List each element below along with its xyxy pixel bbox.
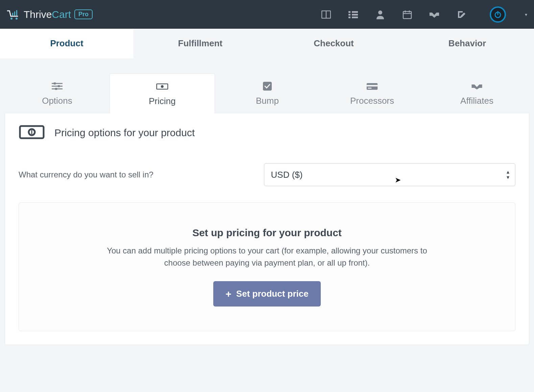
handshake-icon[interactable]: [429, 9, 440, 20]
sliders-icon: [51, 81, 63, 91]
svg-rect-7: [348, 11, 350, 13]
tab-label: Checkout: [314, 38, 354, 48]
set-product-price-button[interactable]: + Set product price: [213, 281, 320, 307]
power-icon: [494, 10, 502, 19]
currency-label: What currency do you want to sell in?: [19, 170, 257, 179]
panel-title: Pricing options for your product: [54, 127, 195, 139]
columns-icon[interactable]: [321, 9, 332, 20]
subtab-label: Options: [42, 96, 72, 106]
sub-tab-bar: Options Pricing Bump Processors Affiliat…: [5, 73, 529, 113]
svg-rect-8: [352, 11, 358, 13]
calendar-icon[interactable]: [402, 9, 413, 20]
svg-rect-31: [368, 88, 371, 89]
pro-badge: Pro: [74, 9, 93, 19]
subtab-affiliates[interactable]: Affiliates: [424, 73, 529, 113]
svg-rect-2: [12, 13, 13, 16]
power-button[interactable]: [490, 6, 506, 23]
pricing-panel: Pricing options for your product What cu…: [5, 113, 529, 345]
pricing-setup-description: You can add multiple pricing options to …: [98, 245, 436, 269]
tab-label: Product: [50, 38, 83, 48]
main-tab-bar: Product Fulfillment Checkout Behavior: [0, 29, 534, 58]
edit-icon[interactable]: [456, 9, 467, 20]
subtab-options[interactable]: Options: [5, 73, 110, 113]
currency-row: What currency do you want to sell in? US…: [19, 163, 515, 186]
svg-point-27: [161, 85, 164, 88]
brand-part1: Thrive: [24, 9, 52, 20]
svg-rect-14: [403, 11, 411, 19]
svg-point-1: [16, 18, 18, 20]
account-chevron-down-icon[interactable]: ▾: [525, 12, 527, 17]
pricing-setup-title: Set up pricing for your product: [32, 227, 502, 239]
brand-text: ThriveCart: [24, 9, 71, 20]
panel-header: Pricing options for your product: [19, 124, 515, 142]
list-icon[interactable]: [348, 9, 359, 20]
svg-rect-12: [352, 17, 358, 18]
tab-fulfillment[interactable]: Fulfillment: [134, 29, 267, 58]
topbar-icon-group: ▾: [321, 6, 527, 23]
subtab-processors[interactable]: Processors: [320, 73, 424, 113]
handshake-icon: [471, 81, 483, 91]
subtab-label: Pricing: [149, 96, 175, 106]
top-navbar: ThriveCart Pro ▾: [0, 0, 534, 29]
tab-checkout[interactable]: Checkout: [267, 29, 401, 58]
svg-rect-11: [348, 17, 350, 18]
money-icon: [19, 124, 45, 142]
tab-product[interactable]: Product: [0, 29, 134, 58]
pricing-setup-box: Set up pricing for your product You can …: [19, 202, 515, 331]
button-label: Set product price: [236, 289, 309, 299]
card-icon: [366, 81, 378, 91]
subtab-pricing[interactable]: Pricing: [110, 73, 215, 113]
svg-rect-28: [263, 82, 272, 91]
svg-rect-23: [58, 85, 60, 87]
plus-icon: +: [225, 289, 232, 299]
check-icon: [261, 81, 273, 91]
currency-select-wrap: USD ($) ▴▾: [264, 163, 515, 186]
svg-rect-3: [14, 11, 15, 16]
svg-rect-10: [352, 14, 358, 16]
tab-behavior[interactable]: Behavior: [401, 29, 534, 58]
money-icon: [156, 82, 168, 91]
svg-point-0: [10, 18, 13, 20]
subtab-label: Affiliates: [460, 96, 493, 106]
brand-part2: Cart: [52, 9, 71, 20]
svg-rect-25: [55, 88, 57, 90]
svg-rect-21: [54, 82, 56, 84]
subtab-label: Bump: [256, 96, 279, 106]
svg-rect-9: [348, 14, 350, 16]
brand-logo[interactable]: ThriveCart Pro: [7, 9, 93, 20]
svg-point-13: [378, 10, 382, 15]
currency-select[interactable]: USD ($): [264, 163, 515, 186]
tab-label: Fulfillment: [178, 38, 222, 48]
tab-label: Behavior: [448, 38, 486, 48]
svg-rect-30: [367, 85, 378, 87]
subtab-label: Processors: [350, 96, 394, 106]
subtab-bump[interactable]: Bump: [215, 73, 320, 113]
cart-glyph-icon: [7, 9, 20, 20]
user-icon[interactable]: [375, 9, 386, 20]
svg-rect-4: [16, 10, 17, 16]
